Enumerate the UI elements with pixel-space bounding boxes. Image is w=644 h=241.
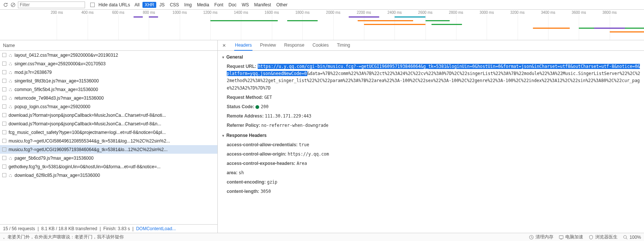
response-header-row: area: sh: [222, 168, 640, 178]
row-checkbox[interactable]: [2, 147, 6, 151]
pending-icon: [9, 173, 12, 177]
row-checkbox[interactable]: [2, 165, 6, 169]
waterfall-tick: 1200 ms: [203, 10, 217, 15]
table-row[interactable]: layout_0412.css?max_age=25920000&v=20190…: [0, 51, 217, 59]
request-status-bar: 15 / 56 requests | 8.1 KB / 18.8 KB tran…: [0, 224, 217, 233]
row-checkbox[interactable]: [2, 62, 6, 66]
row-checkbox[interactable]: [2, 70, 6, 74]
tab-timing[interactable]: Timing: [336, 40, 351, 51]
row-checkbox[interactable]: [2, 156, 6, 160]
table-row[interactable]: download.js?format=jsonp&jsonpCallback=M…: [0, 111, 217, 119]
tab-response[interactable]: Response: [283, 40, 305, 51]
waterfall-bar[interactable]: [349, 16, 379, 18]
row-checkbox[interactable]: [2, 122, 6, 126]
waterfall-bar[interactable]: [149, 16, 158, 18]
table-row[interactable]: mod.js?r=2638679: [0, 68, 217, 76]
table-row[interactable]: common_5f9c5b4.js?max_age=31536000: [0, 85, 217, 94]
table-row[interactable]: singerlist_9fd3b1e.js?max_age=31536000: [0, 76, 217, 85]
table-row[interactable]: fcg_music_collect_safety?type=100&projec…: [0, 128, 217, 137]
waterfall-tick: 3400 ms: [541, 10, 555, 15]
waterfall-bar[interactable]: [358, 20, 413, 21]
filter-type-media[interactable]: Media: [195, 2, 211, 8]
row-checkbox[interactable]: [2, 139, 6, 143]
remote-address-label: Remote Address:: [227, 113, 264, 119]
waterfall-tick: 400 ms: [81, 10, 94, 15]
table-row[interactable]: gethotkey.fcg?g_tk=5381&loginUin=0&hostU…: [0, 162, 217, 171]
filter-type-all[interactable]: All: [132, 2, 142, 8]
row-checkbox[interactable]: [2, 113, 6, 117]
header-key: access-control-allow-origin:: [227, 151, 286, 157]
filter-type-xhr[interactable]: XHR: [142, 2, 156, 8]
waterfall-tick: 1600 ms: [265, 10, 279, 15]
filter-types: AllXHRJSCSSImgMediaFontDocWSManifestOthe…: [132, 2, 290, 8]
row-checkbox[interactable]: [2, 53, 6, 57]
tab-cookies[interactable]: Cookies: [312, 40, 329, 51]
waterfall-bar[interactable]: [431, 24, 462, 25]
tab-preview[interactable]: Preview: [259, 40, 277, 51]
waterfall-tick: 3200 ms: [510, 10, 524, 15]
pending-icon: [9, 62, 12, 66]
row-checkbox[interactable]: [2, 104, 6, 109]
filter-type-js[interactable]: JS: [157, 2, 167, 8]
filter-type-css[interactable]: CSS: [167, 2, 181, 8]
waterfall-bar[interactable]: [533, 28, 570, 29]
waterfall-bar[interactable]: [133, 16, 143, 18]
waterfall-bar[interactable]: [287, 20, 318, 21]
browser-doctor-button[interactable]: 浏览器医生: [588, 234, 618, 240]
table-row[interactable]: returncode_7e984d3.js?max_age=31536000: [0, 94, 217, 102]
waterfall-tick: 2000 ms: [326, 10, 340, 15]
waterfall-bar[interactable]: [210, 20, 278, 21]
request-list-header[interactable]: Name: [0, 40, 217, 51]
waterfall-tick: 2800 ms: [449, 10, 463, 15]
section-general[interactable]: General: [222, 52, 640, 62]
filter-input[interactable]: [18, 2, 85, 8]
filter-type-other[interactable]: Other: [274, 2, 290, 8]
row-checkbox[interactable]: [2, 79, 6, 83]
filter-type-manifest[interactable]: Manifest: [252, 2, 273, 8]
speedup-button[interactable]: 电脑加速: [559, 234, 583, 240]
table-row[interactable]: download_62f8c85.js?max_age=31536000: [0, 171, 217, 179]
status-code-label: Status Code:: [227, 104, 254, 109]
filter-type-doc[interactable]: Doc: [226, 2, 239, 8]
request-name: musicu.fcg?-=getUCGI1960957193846064&g_t…: [9, 147, 167, 152]
hide-data-urls-checkbox[interactable]: [90, 3, 95, 7]
filter-type-img[interactable]: Img: [182, 2, 194, 8]
waterfall-bar[interactable]: [594, 28, 625, 29]
hide-data-urls-label: Hide data URLs: [98, 2, 130, 7]
table-row[interactable]: musicu.fcg?-=getUCGI5864961208555344&g_t…: [0, 137, 217, 145]
waterfall-bar[interactable]: [395, 16, 425, 18]
row-checkbox[interactable]: [2, 87, 6, 91]
waterfall-bar[interactable]: [364, 24, 425, 25]
row-checkbox[interactable]: [2, 96, 6, 100]
section-response-headers[interactable]: Response Headers: [222, 131, 640, 140]
table-row[interactable]: musicu.fcg?-=getUCGI1960957193846064&g_t…: [0, 145, 217, 154]
header-value: sh: [239, 170, 244, 175]
row-checkbox[interactable]: [2, 130, 6, 134]
filter-type-font[interactable]: Font: [212, 2, 226, 8]
waterfall-bar[interactable]: [425, 20, 450, 21]
request-name: fcg_music_collect_safety?type=100&projec…: [9, 130, 166, 135]
waterfall-tick: 2400 ms: [387, 10, 402, 15]
waterfall-overview[interactable]: 200 ms400 ms600 ms800 ms1000 ms1200 ms14…: [0, 10, 644, 40]
row-checkbox[interactable]: [2, 173, 6, 177]
header-value: 3050: [261, 189, 271, 194]
request-method-label: Request Method:: [227, 95, 263, 100]
reload-icon[interactable]: [3, 2, 8, 7]
request-detail-panel: ✕ HeadersPreviewResponseCookiesTiming Ge…: [218, 40, 644, 233]
request-name: returncode_7e984d3.js?max_age=31536000: [15, 96, 104, 101]
table-row[interactable]: singer.css?max_age=25920000&v=20170503: [0, 59, 217, 68]
zoom-indicator[interactable]: 100%: [623, 235, 641, 240]
tab-headers[interactable]: Headers: [234, 40, 252, 51]
clean-memory-button[interactable]: 清理内存: [529, 234, 553, 240]
table-row[interactable]: popup_login.css?max_age=25920000: [0, 102, 217, 111]
close-icon[interactable]: ✕: [221, 43, 227, 48]
table-row[interactable]: pager_5b6cd79.js?max_age=31536000: [0, 154, 217, 162]
waterfall-tick: 200 ms: [51, 10, 63, 15]
table-row[interactable]: download.js?format=jsonp&jsonpCallback=M…: [0, 119, 217, 128]
request-name: singerlist_9fd3b1e.js?max_age=31536000: [15, 78, 99, 84]
request-method-value: GET: [264, 95, 272, 100]
filter-type-ws[interactable]: WS: [239, 2, 251, 8]
clear-icon[interactable]: [10, 2, 16, 7]
waterfall-bar[interactable]: [610, 31, 644, 32]
header-value: Area: [296, 161, 307, 166]
